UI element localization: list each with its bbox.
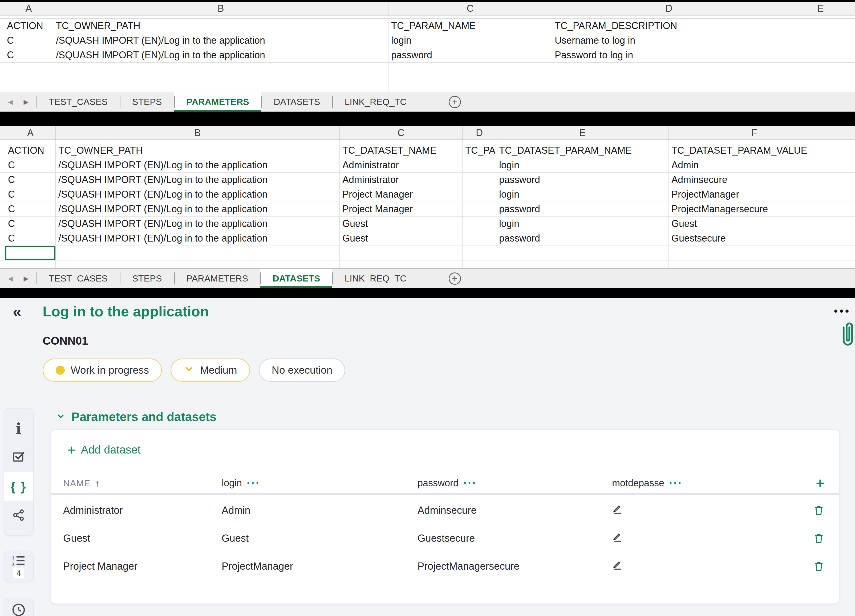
spreadsheet-cell[interactable] <box>786 15 855 18</box>
spreadsheet-cell[interactable]: password <box>496 173 669 187</box>
column-header-a[interactable]: A <box>4 2 53 15</box>
spreadsheet-cell[interactable] <box>463 173 496 187</box>
sidebar-tab-steps[interactable]: 1 2 3 4 <box>4 551 34 582</box>
sheet-tab-link_req_tc[interactable]: LINK_REQ_TC <box>332 269 418 288</box>
spreadsheet-cell[interactable]: ACTION <box>4 18 53 33</box>
spreadsheet-cell[interactable] <box>840 158 855 173</box>
spreadsheet-cell[interactable]: C <box>5 173 56 187</box>
sidebar-tab-history[interactable] <box>4 598 34 616</box>
column-header-name[interactable]: NAME↑ <box>63 478 222 488</box>
spreadsheet-cell[interactable] <box>669 260 840 269</box>
spreadsheet-cell[interactable] <box>4 63 53 77</box>
spreadsheet-cell[interactable]: /SQUASH IMPORT (EN)/Log in to the applic… <box>56 187 340 202</box>
spreadsheet-cell[interactable]: TC_DATASET_PARAM_NAME <box>496 143 669 158</box>
spreadsheet-cell[interactable]: C <box>5 231 56 246</box>
spreadsheet-cell[interactable]: Guest <box>340 217 463 231</box>
spreadsheet-cell[interactable]: TC_PARAM_NAME <box>388 18 552 33</box>
spreadsheet-cell[interactable]: ProjectManagersecure <box>669 202 840 217</box>
spreadsheet-cell[interactable]: Adminsecure <box>669 173 840 187</box>
spreadsheet-cell[interactable] <box>56 246 340 260</box>
spreadsheet-cell[interactable]: /SQUASH IMPORT (EN)/Log in to the applic… <box>56 217 340 231</box>
spreadsheet-cell[interactable] <box>463 260 496 269</box>
column-header-b[interactable]: B <box>53 2 388 15</box>
column-header-extra[interactable] <box>840 126 855 139</box>
add-dataset-button[interactable]: + Add dataset <box>67 443 141 457</box>
tab-scroll-left-icon[interactable]: ◀ <box>8 98 13 106</box>
spreadsheet-cell[interactable]: password <box>388 48 552 63</box>
importance-badge-medium[interactable]: Medium <box>170 358 250 382</box>
spreadsheet-cell[interactable]: Administrator <box>340 173 463 187</box>
spreadsheet-cell[interactable]: /SQUASH IMPORT (EN)/Log in to the applic… <box>56 202 340 217</box>
spreadsheet-cell[interactable] <box>669 140 840 143</box>
dataset-password-cell[interactable]: Adminsecure <box>417 505 612 516</box>
sheet-tab-parameters[interactable]: PARAMETERS <box>174 269 260 288</box>
spreadsheet-cell[interactable]: ProjectManager <box>669 187 840 202</box>
spreadsheet-cell[interactable] <box>840 140 855 143</box>
spreadsheet-cell[interactable] <box>496 260 669 269</box>
spreadsheet-cell[interactable]: C <box>4 48 53 63</box>
column-header-password[interactable]: password··· <box>417 477 612 489</box>
spreadsheet-cell[interactable] <box>786 18 855 33</box>
spreadsheet-cell[interactable]: /SQUASH IMPORT (EN)/Log in to the applic… <box>56 231 340 246</box>
spreadsheet-cell[interactable] <box>388 77 552 92</box>
spreadsheet-cell[interactable] <box>840 246 855 260</box>
spreadsheet-cell[interactable]: TC_PA <box>463 143 496 158</box>
spreadsheet-cell[interactable] <box>552 63 786 77</box>
spreadsheet-cell[interactable]: Password to log in <box>552 48 786 63</box>
column-header-c[interactable]: C <box>340 126 463 139</box>
spreadsheet-cell[interactable] <box>5 140 56 143</box>
spreadsheet-cell[interactable] <box>840 187 855 202</box>
column-header-e[interactable]: E <box>496 126 669 139</box>
spreadsheet-cell[interactable] <box>463 158 496 173</box>
spreadsheet-cell[interactable] <box>5 260 56 269</box>
tab-scroll-left-icon[interactable]: ◀ <box>8 275 13 282</box>
delete-dataset-button[interactable] <box>796 532 839 545</box>
column-header-c[interactable]: C <box>388 2 552 15</box>
spreadsheet-cell[interactable] <box>4 15 53 18</box>
tab-scroll-right-icon[interactable]: ▶ <box>23 275 28 282</box>
spreadsheet-cell[interactable] <box>552 15 786 18</box>
sidebar-tab-parameters[interactable]: { } <box>4 472 33 501</box>
spreadsheet-cell[interactable]: TC_OWNER_PATH <box>56 143 340 158</box>
column-menu-icon[interactable]: ··· <box>247 480 260 486</box>
spreadsheet-cell[interactable]: password <box>496 202 669 217</box>
spreadsheet-cell[interactable] <box>340 260 463 269</box>
sheet-tab-test_cases[interactable]: TEST_CASES <box>37 92 120 112</box>
spreadsheet-cell[interactable] <box>388 15 552 18</box>
add-column-button[interactable]: + <box>796 475 839 491</box>
spreadsheet-cell[interactable]: TC_PARAM_DESCRIPTION <box>552 18 786 33</box>
add-sheet-button[interactable]: + <box>449 272 461 285</box>
spreadsheet-cell[interactable]: login <box>496 187 669 202</box>
spreadsheet-cell[interactable] <box>340 140 463 143</box>
spreadsheet-cell[interactable]: Guest <box>669 217 840 231</box>
spreadsheet-cell[interactable]: C <box>5 158 56 173</box>
column-header-e[interactable]: E <box>786 2 855 15</box>
spreadsheet-cell[interactable] <box>840 143 855 158</box>
spreadsheet-cell[interactable] <box>463 187 496 202</box>
spreadsheet-cell[interactable] <box>786 63 855 77</box>
spreadsheet-cell[interactable]: login <box>496 217 669 231</box>
column-header-motdepasse[interactable]: motdepasse··· <box>612 477 796 489</box>
dataset-password-cell[interactable]: Guestsecure <box>417 533 612 544</box>
edit-motdepasse-button[interactable] <box>612 559 796 573</box>
sheet-tab-link_req_tc[interactable]: LINK_REQ_TC <box>332 92 418 112</box>
spreadsheet-cell[interactable]: Administrator <box>340 158 463 173</box>
sheet-tab-datasets[interactable]: DATASETS <box>260 269 332 288</box>
sidebar-tab-information[interactable]: i <box>4 414 33 443</box>
sheet-tab-test_cases[interactable]: TEST_CASES <box>37 269 120 288</box>
dataset-name-cell[interactable]: Administrator <box>63 505 222 516</box>
spreadsheet-cell[interactable] <box>53 77 388 92</box>
dataset-login-cell[interactable]: Guest <box>222 533 417 544</box>
spreadsheet-cell[interactable] <box>463 140 496 143</box>
spreadsheet-cell[interactable] <box>463 246 496 260</box>
spreadsheet-cell[interactable] <box>840 217 855 231</box>
spreadsheet-cell[interactable]: C <box>4 33 53 48</box>
sidebar-tab-share[interactable] <box>4 501 33 530</box>
delete-dataset-button[interactable] <box>796 560 839 573</box>
attachments-icon[interactable] <box>841 321 855 349</box>
spreadsheet-cell[interactable] <box>840 260 855 269</box>
back-button[interactable]: « <box>13 303 21 320</box>
spreadsheet-cell[interactable]: Project Manager <box>340 187 463 202</box>
spreadsheet-cell[interactable] <box>786 48 855 63</box>
spreadsheet-cell[interactable] <box>340 246 463 260</box>
